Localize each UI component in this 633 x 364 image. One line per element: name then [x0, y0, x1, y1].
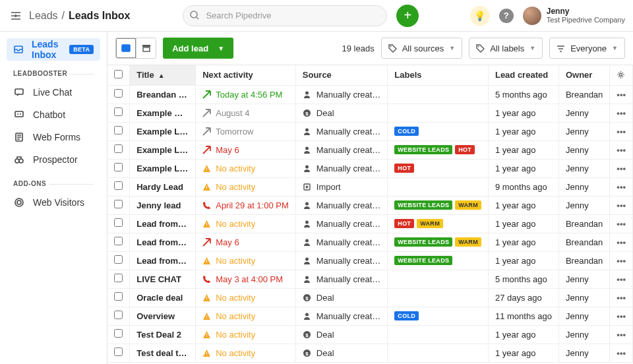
row-checkbox-cell[interactable] — [107, 104, 130, 122]
cell-title[interactable]: Example Deal 47 — [130, 104, 196, 122]
cell-title[interactable]: Lead from busi… — [130, 214, 196, 233]
row-checkbox[interactable] — [114, 181, 123, 190]
row-checkbox-cell[interactable] — [107, 159, 130, 177]
col-source[interactable]: Source — [295, 65, 388, 85]
table-row[interactable]: Lead from web…No activityManually creat…… — [107, 251, 632, 270]
row-checkbox[interactable] — [114, 292, 123, 301]
table-row[interactable]: Jenny leadApril 29 at 1:00 PMManually cr… — [107, 196, 632, 214]
col-owner[interactable]: Owner — [558, 65, 609, 85]
row-checkbox-cell[interactable] — [107, 251, 130, 270]
row-checkbox-cell[interactable] — [107, 140, 130, 159]
row-checkbox-cell[interactable] — [107, 344, 130, 362]
row-more-button[interactable]: ••• — [610, 233, 633, 251]
cell-title[interactable]: Test deal to lead — [130, 344, 196, 362]
cell-title[interactable]: Breandan Lea… — [130, 85, 196, 104]
table-row[interactable]: LIVE CHATMay 3 at 4:00 PMManually creat…… — [107, 270, 632, 288]
cell-title[interactable]: Example Lead — [130, 122, 196, 140]
row-more-button[interactable]: ••• — [610, 159, 633, 177]
cell-title[interactable]: Example Lead 3 — [130, 159, 196, 177]
add-button[interactable]: + — [396, 5, 419, 27]
row-more-button[interactable]: ••• — [610, 325, 633, 344]
cell-title[interactable]: Lead from web… — [130, 251, 196, 270]
cell-title[interactable]: Oracle deal — [130, 288, 196, 307]
row-more-button[interactable]: ••• — [610, 104, 633, 122]
row-more-button[interactable]: ••• — [610, 288, 633, 307]
sidebar-item-web-forms[interactable]: Web Forms — [7, 126, 100, 148]
row-checkbox-cell[interactable] — [107, 214, 130, 233]
row-checkbox[interactable] — [114, 89, 123, 98]
sidebar-item-chatbot[interactable]: Chatbot — [7, 104, 100, 126]
row-checkbox[interactable] — [114, 200, 123, 208]
row-more-button[interactable]: ••• — [610, 140, 633, 159]
row-more-button[interactable]: ••• — [610, 122, 633, 140]
menu-collapse-icon[interactable] — [8, 9, 24, 22]
table-row[interactable]: Breandan Lea…Today at 4:56 PMManually cr… — [107, 85, 632, 104]
row-checkbox[interactable] — [114, 126, 123, 135]
row-checkbox-cell[interactable] — [107, 325, 130, 344]
row-more-button[interactable]: ••• — [610, 270, 633, 288]
table-row[interactable]: Test Deal 2No activity$Deal1 year agoJen… — [107, 325, 632, 344]
view-table-button[interactable] — [116, 38, 136, 58]
row-checkbox[interactable] — [114, 144, 123, 153]
view-archive-button[interactable] — [136, 38, 156, 58]
table-row[interactable]: Example Deal 47August 4$Deal1 year agoJe… — [107, 104, 632, 122]
table-row[interactable]: Lead from busi…No activityManually creat… — [107, 214, 632, 233]
breadcrumb-root[interactable]: Leads — [29, 10, 58, 22]
table-row[interactable]: Example Lead 2May 6Manually creat…WEBSIT… — [107, 140, 632, 159]
search-input[interactable] — [183, 5, 387, 26]
row-checkbox[interactable] — [114, 218, 123, 227]
cell-title[interactable]: Lead from web… — [130, 233, 196, 251]
row-more-button[interactable]: ••• — [610, 344, 633, 362]
sidebar-item-prospector[interactable]: Prospector — [7, 148, 100, 171]
row-checkbox[interactable] — [114, 255, 123, 264]
row-more-button[interactable]: ••• — [610, 196, 633, 214]
col-next-activity[interactable]: Next activity — [196, 65, 296, 85]
row-checkbox[interactable] — [114, 237, 123, 245]
row-checkbox-cell[interactable] — [107, 288, 130, 307]
row-checkbox-cell[interactable] — [107, 122, 130, 140]
sidebar-item-web-visitors[interactable]: Web Visitors — [7, 191, 100, 214]
table-row[interactable]: Lead from web…May 6Manually creat…WEBSIT… — [107, 233, 632, 251]
filter-owner[interactable]: Everyone ▼ — [549, 38, 625, 59]
row-more-button[interactable]: ••• — [610, 307, 633, 325]
row-more-button[interactable]: ••• — [610, 251, 633, 270]
table-row[interactable]: Oracle dealNo activity$Deal27 days agoJe… — [107, 288, 632, 307]
sidebar-item-live-chat[interactable]: Live Chat — [7, 81, 100, 104]
table-row[interactable]: Test deal to leadNo activity$Deal1 year … — [107, 344, 632, 362]
table-row[interactable]: Hardy LeadNo activityImport9 months agoJ… — [107, 177, 632, 196]
cell-title[interactable]: Test Deal 2 — [130, 325, 196, 344]
select-all-header[interactable] — [107, 65, 130, 85]
select-all-checkbox[interactable] — [114, 70, 123, 78]
filter-labels[interactable]: All labels ▼ — [469, 38, 543, 59]
user-menu[interactable]: Jenny Test Pipedrive Company — [523, 7, 625, 25]
add-lead-button[interactable]: Add lead ▼ — [163, 38, 233, 59]
row-more-button[interactable]: ••• — [610, 214, 633, 233]
sidebar-item-leads-inbox[interactable]: Leads Inbox BETA — [7, 38, 100, 61]
row-checkbox-cell[interactable] — [107, 307, 130, 325]
cell-title[interactable]: Overview — [130, 307, 196, 325]
col-created[interactable]: Lead created — [488, 65, 558, 85]
cell-title[interactable]: Jenny lead — [130, 196, 196, 214]
table-row[interactable]: OverviewNo activityManually creat…COLD11… — [107, 307, 632, 325]
row-checkbox[interactable] — [114, 163, 123, 171]
row-checkbox-cell[interactable] — [107, 233, 130, 251]
row-more-button[interactable]: ••• — [610, 177, 633, 196]
row-checkbox-cell[interactable] — [107, 196, 130, 214]
row-checkbox-cell[interactable] — [107, 270, 130, 288]
table-row[interactable]: Example Lead 3No activityManually creat…… — [107, 159, 632, 177]
help-icon[interactable]: ? — [499, 9, 514, 23]
cell-title[interactable]: Example Lead 2 — [130, 140, 196, 159]
col-settings[interactable] — [610, 65, 633, 85]
row-more-button[interactable]: ••• — [610, 85, 633, 104]
filter-sources[interactable]: All sources ▼ — [381, 38, 463, 59]
row-checkbox-cell[interactable] — [107, 177, 130, 196]
cell-title[interactable]: Hardy Lead — [130, 177, 196, 196]
tips-icon[interactable]: 💡 — [470, 6, 490, 26]
row-checkbox[interactable] — [114, 107, 123, 116]
row-checkbox[interactable] — [114, 274, 123, 282]
col-title[interactable]: Title▲ — [130, 65, 196, 85]
col-labels[interactable]: Labels — [388, 65, 489, 85]
row-checkbox[interactable] — [114, 348, 123, 356]
cell-title[interactable]: LIVE CHAT — [130, 270, 196, 288]
row-checkbox-cell[interactable] — [107, 85, 130, 104]
